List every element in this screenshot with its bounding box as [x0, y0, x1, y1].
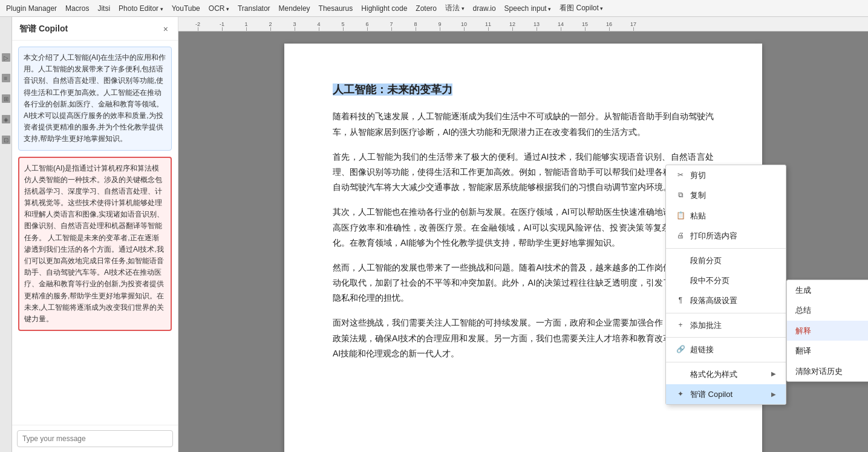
ctx-zhipu-copilot[interactable]: ✦智谱 Copilot▶ — [666, 384, 786, 404]
sub-menu: 生成 总结 解释 翻译 清除对话历史 — [786, 280, 868, 382]
ruler: -2 -1 1 2 3 4 5 6 7 8 9 10 11 12 13 14 1… — [178, 17, 868, 31]
ruler-mark: 17 — [621, 21, 645, 31]
doc-para-4: 然而，人工智能的发展也带来了一些挑战和问题。随着AI技术的普及，越来越多的工作岗… — [333, 260, 714, 306]
ruler-mark: 4 — [307, 21, 331, 31]
ctx-sep-1 — [666, 248, 786, 249]
sidebar-icon-3[interactable]: ⊞ — [2, 94, 10, 103]
cut-icon: ✂ — [676, 169, 685, 182]
ctx-sep-4 — [666, 362, 786, 362]
left-sidebar: ▷ ≡ ⊞ ◈ ⊡ — [0, 17, 12, 452]
ruler-mark: 13 — [524, 21, 549, 31]
doc-scroll[interactable]: 人工智能：未来的变革力 随着科技的飞速发展，人工智能逐渐成为我们生活中不可或缺的… — [178, 31, 868, 452]
sidebar-icon-1[interactable]: ▷ — [2, 53, 10, 62]
toolbar-mendeley[interactable]: Mendeley — [275, 3, 314, 14]
copilot-panel: 智谱 Copilot × 本文介绍了人工智能(AI)在生活中的应用和作用。人工智… — [12, 17, 178, 452]
sidebar-icon-5[interactable]: ⊡ — [2, 136, 10, 144]
copilot-content: 本文介绍了人工智能(AI)在生活中的应用和作用。人工智能的发展带来了许多便利,包… — [12, 41, 178, 425]
ctx-format-style-label: 格式化为样式 — [690, 367, 737, 381]
ruler-mark: 6 — [355, 21, 379, 31]
ctx-add-comment-label: 添加批注 — [690, 318, 722, 332]
ctx-hyperlink[interactable]: 🔗超链接 — [666, 339, 786, 359]
print-icon: 🖨 — [676, 229, 685, 243]
format-style-arrow: ▶ — [771, 368, 776, 379]
ruler-mark: 16 — [597, 21, 621, 31]
ruler-mark: 9 — [428, 21, 452, 31]
toolbar-speech-input[interactable]: Speech input — [501, 3, 555, 14]
ruler-mark: 12 — [500, 21, 524, 31]
copilot-menu-arrow: ▶ — [771, 389, 776, 400]
toolbar-jitsi[interactable]: Jitsi — [94, 3, 114, 14]
toolbar-photo-editor[interactable]: Photo Editor — [115, 3, 167, 14]
copilot-block-2: 人工智能(AI)是指通过计算机程序和算法模仿人类智能的一种技术。涉及的关键概念包… — [18, 157, 172, 332]
toolbar-grammar[interactable]: 语法 — [442, 2, 468, 15]
sidebar-icon-2[interactable]: ≡ — [2, 74, 10, 82]
doc-page: 人工智能：未来的变革力 随着科技的飞速发展，人工智能逐渐成为我们生活中不可或缺的… — [284, 44, 762, 452]
ruler-mark: 8 — [403, 21, 428, 31]
doc-title-para: 人工智能：未来的变革力 — [333, 80, 714, 99]
ctx-cut-label: 剪切 — [690, 168, 706, 182]
paste-icon: 📋 — [676, 209, 685, 223]
ruler-mark: 3 — [282, 21, 307, 31]
toolbar-youtube[interactable]: YouTube — [168, 3, 204, 14]
ctx-hyperlink-label: 超链接 — [690, 342, 714, 356]
ctx-page-break[interactable]: 段前分页 — [666, 251, 786, 270]
toolbar-highlight-code[interactable]: Highlight code — [357, 3, 411, 14]
para-settings-icon: ¶ — [676, 294, 685, 307]
ruler-mark: 1 — [234, 21, 258, 31]
ruler-mark: 14 — [549, 21, 573, 31]
toolbar-translator[interactable]: Translator — [234, 3, 274, 14]
copilot-input-area — [12, 425, 178, 452]
ctx-keep-together[interactable]: 段中不分页 — [666, 270, 786, 290]
toolbar-drawio[interactable]: draw.io — [469, 3, 500, 14]
ctx-sep-3 — [666, 337, 786, 338]
sub-translate[interactable]: 翻译 — [787, 341, 868, 361]
toolbar-plugin-manager[interactable]: Plugin Manager — [2, 3, 60, 14]
ctx-sep-2 — [666, 313, 786, 313]
doc-area: -2 -1 1 2 3 4 5 6 7 8 9 10 11 12 13 14 1… — [178, 17, 868, 452]
sub-generate[interactable]: 生成 — [787, 280, 868, 300]
sub-summarize[interactable]: 总结 — [787, 300, 868, 320]
copilot-header: 智谱 Copilot × — [12, 17, 178, 41]
ctx-paste-label: 粘贴 — [690, 209, 706, 223]
sub-explain[interactable]: 解释 — [787, 321, 868, 341]
ctx-cut[interactable]: ✂剪切 — [666, 165, 786, 185]
toolbar-macros[interactable]: Macros — [62, 3, 93, 14]
ctx-keep-together-label: 段中不分页 — [690, 273, 729, 287]
ruler-mark: -2 — [186, 21, 210, 31]
toolbar-ocr[interactable]: OCR — [205, 3, 233, 14]
copilot-block-1: 本文介绍了人工智能(AI)在生活中的应用和作用。人工智能的发展带来了许多便利,包… — [18, 47, 172, 151]
copilot-title: 智谱 Copilot — [19, 24, 68, 34]
ruler-mark: 7 — [379, 21, 403, 31]
ruler-mark: 11 — [476, 21, 500, 31]
context-menu: ✂剪切 ⧉复制 📋粘贴 🖨打印所选内容 段前分页 段中不分页 ¶段落高级设置 +… — [665, 165, 786, 405]
toolbar-copilot[interactable]: 看图 Copilot — [556, 2, 607, 15]
ctx-page-break-label: 段前分页 — [690, 254, 722, 267]
ruler-mark: -1 — [210, 21, 234, 31]
toolbar-zotero[interactable]: Zotero — [412, 3, 440, 14]
ctx-copy[interactable]: ⧉复制 — [666, 185, 786, 205]
sub-clear-history[interactable]: 清除对话历史 — [787, 361, 868, 381]
toolbar-thesaurus[interactable]: Thesaurus — [315, 3, 357, 14]
doc-para-5: 面对这些挑战，我们需要关注人工智能的可持续发展。一方面，政府和企业需要加强合作，… — [333, 315, 714, 361]
ctx-print[interactable]: 🖨打印所选内容 — [666, 226, 786, 246]
ruler-mark: 5 — [331, 21, 355, 31]
ctx-format-style[interactable]: 格式化为样式▶ — [666, 364, 786, 384]
ctx-print-label: 打印所选内容 — [690, 229, 737, 243]
toolbar: Plugin Manager Macros Jitsi Photo Editor… — [0, 0, 868, 17]
doc-para-1: 随着科技的飞速发展，人工智能逐渐成为我们生活中不可或缺的一部分。从智能语音助手到… — [333, 109, 714, 139]
doc-para-3: 其次，人工智能也在推动各行业的创新与发展。在医疗领域，AI可以帮助医生快速准确地… — [333, 205, 714, 251]
copilot-input[interactable] — [17, 430, 173, 447]
ruler-marks: -2 -1 1 2 3 4 5 6 7 8 9 10 11 12 13 14 1… — [181, 17, 645, 31]
ruler-mark: 10 — [452, 21, 476, 31]
copy-icon: ⧉ — [676, 189, 685, 202]
ctx-para-settings[interactable]: ¶段落高级设置 — [666, 290, 786, 310]
ctx-paste[interactable]: 📋粘贴 — [666, 206, 786, 226]
ruler-mark: 2 — [258, 21, 282, 31]
ctx-add-comment[interactable]: +添加批注 — [666, 315, 786, 335]
copilot-menu-icon: ✦ — [676, 388, 685, 401]
sidebar-icon-4[interactable]: ◈ — [2, 115, 10, 123]
ctx-zhipu-label: 智谱 Copilot — [690, 387, 733, 401]
copilot-close-button[interactable]: × — [161, 23, 171, 35]
add-comment-icon: + — [676, 319, 685, 332]
ruler-mark: 15 — [573, 21, 597, 31]
